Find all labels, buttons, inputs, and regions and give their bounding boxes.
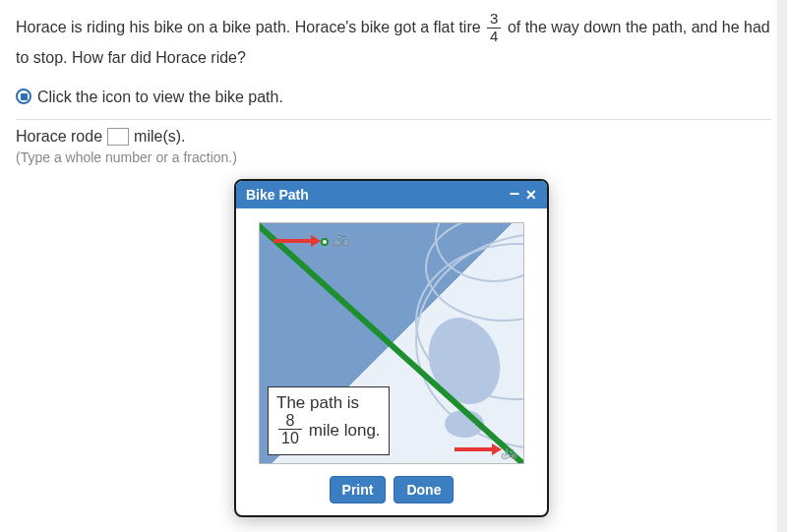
- answer-suffix: mile(s).: [134, 128, 185, 146]
- callout-fraction: 8 10: [278, 412, 302, 447]
- minimize-icon[interactable]: –: [510, 188, 519, 198]
- answer-row: Horace rode mile(s).: [16, 120, 771, 148]
- callout-fraction-den: 10: [278, 430, 302, 447]
- question-block: Horace is riding his bike on a bike path…: [16, 8, 771, 120]
- direction-arrow-icon: [273, 239, 313, 243]
- view-bike-path-icon[interactable]: [16, 89, 31, 104]
- map-container: 🚲 🚲 The path is 8 10 mile long.: [236, 208, 547, 472]
- bike-path-popup: Bike Path – ✕ 🚲 🚲 The path is 8: [234, 179, 549, 517]
- close-icon[interactable]: ✕: [525, 187, 537, 203]
- question-fraction: 3 4: [487, 11, 501, 44]
- bicycle-icon: 🚲: [501, 443, 517, 459]
- answer-input[interactable]: [107, 128, 129, 146]
- question-text-part1: Horace is riding his bike on a bike path…: [16, 19, 485, 35]
- path-length-callout: The path is 8 10 mile long.: [268, 386, 390, 455]
- direction-arrow-icon: [454, 447, 494, 451]
- print-button[interactable]: Print: [330, 476, 387, 503]
- bike-path-map: 🚲 🚲 The path is 8 10 mile long.: [259, 222, 524, 464]
- bicycle-icon: 🚲: [333, 230, 349, 246]
- view-icon-row: Click the icon to view the bike path.: [16, 85, 771, 110]
- popup-titlebar[interactable]: Bike Path – ✕: [236, 181, 547, 208]
- view-icon-label: Click the icon to view the bike path.: [37, 85, 283, 110]
- scrollbar-gutter: [777, 0, 787, 532]
- callout-suffix: mile long.: [309, 420, 381, 441]
- popup-button-row: Print Done: [236, 472, 547, 505]
- done-button[interactable]: Done: [394, 476, 454, 503]
- path-start-marker: [321, 238, 329, 246]
- callout-fraction-num: 8: [278, 412, 302, 431]
- popup-title-text: Bike Path: [246, 187, 309, 203]
- answer-prefix: Horace rode: [16, 128, 102, 146]
- answer-hint: (Type a whole number or a fraction.): [16, 149, 771, 165]
- fraction-numerator: 3: [487, 11, 501, 29]
- fraction-denominator: 4: [487, 29, 501, 45]
- callout-line1: The path is: [276, 392, 381, 413]
